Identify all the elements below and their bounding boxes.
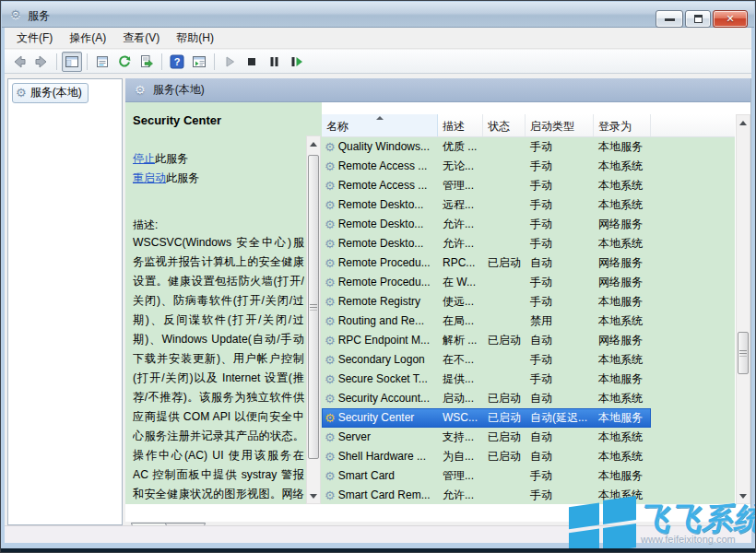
service-row[interactable]: ⚙Shell Hardware ...为自...已启动自动本地系统	[322, 447, 735, 466]
cell-startup: 自动(延迟...	[526, 408, 594, 428]
cell-name: ⚙Shell Hardware ...	[322, 447, 438, 466]
scroll-down-arrow[interactable]	[737, 488, 750, 503]
minimize-button[interactable]	[656, 10, 683, 28]
cell-name: ⚙Secondary Logon	[322, 350, 438, 370]
show-hide-action-pane-button[interactable]	[189, 52, 209, 72]
cell-logon: 本地系统	[594, 428, 651, 447]
service-row[interactable]: ⚙Remote Deskto...允许...手动网络服务	[322, 215, 735, 234]
start-service-button[interactable]	[219, 52, 240, 72]
menu-item-0[interactable]: 文件(F)	[8, 28, 61, 49]
service-name: Remote Access ...	[338, 176, 428, 195]
refresh-button[interactable]	[114, 52, 135, 72]
service-row[interactable]: ⚙Remote Access ...无论...手动本地系统	[322, 157, 735, 176]
cell-desc: 允许...	[438, 215, 483, 234]
cell-startup: 手动	[526, 215, 594, 234]
service-row[interactable]: ⚙Remote Deskto...远程...手动本地系统	[322, 195, 735, 215]
cell-status	[483, 234, 526, 253]
service-row[interactable]: ⚙Security Account...启动...已启动自动本地系统	[322, 389, 735, 408]
scroll-up-arrow[interactable]	[737, 115, 750, 130]
column-header-3[interactable]: 启动类型	[526, 114, 594, 136]
service-row[interactable]: ⚙Remote Registry使远...手动本地服务	[322, 292, 735, 312]
cell-status	[483, 370, 526, 389]
service-gear-icon: ⚙	[325, 335, 336, 347]
service-name: Remote Registry	[338, 292, 420, 312]
cell-desc: 使远...	[438, 292, 483, 312]
service-gear-icon: ⚙	[325, 160, 336, 172]
forward-button[interactable]	[31, 52, 52, 72]
stop-service-link[interactable]: 停止	[133, 152, 155, 165]
cell-startup: 手动	[526, 466, 594, 486]
cell-logon: 本地系统	[594, 350, 651, 370]
properties-button[interactable]	[92, 52, 112, 72]
cell-startup: 手动	[526, 292, 594, 312]
service-row[interactable]: ⚙RPC Endpoint M...解析 ...已启动自动网络服务	[322, 331, 735, 350]
back-button[interactable]	[9, 52, 30, 72]
cell-status	[483, 273, 526, 292]
restore-button[interactable]	[685, 10, 711, 28]
scroll-up-arrow[interactable]	[307, 136, 320, 151]
service-row[interactable]: ⚙Remote Procedu...在 W...手动网络服务	[322, 273, 735, 292]
service-row[interactable]: ⚙Security CenterWSC...已启动自动(延迟...本地服务	[322, 408, 651, 428]
help-button[interactable]: ?	[167, 52, 187, 72]
cell-desc: 解析 ...	[438, 331, 483, 350]
close-button[interactable]: ✕	[713, 10, 748, 28]
column-header-0[interactable]: 名称	[322, 114, 438, 136]
cell-logon: 本地系统	[594, 312, 651, 331]
column-header-2[interactable]: 状态	[483, 114, 526, 136]
service-row[interactable]: ⚙Smart Card Rem...允许...手动本地系统	[322, 486, 735, 504]
menu-item-2[interactable]: 查看(V)	[114, 28, 168, 49]
column-header-4[interactable]: 登录为	[594, 114, 651, 136]
service-row[interactable]: ⚙Secondary Logon在不...手动本地系统	[322, 350, 735, 370]
scrollbar-thumb[interactable]	[738, 332, 749, 374]
cell-status: 已启动	[483, 447, 526, 466]
service-gear-icon: ⚙	[325, 412, 336, 424]
panel-header-label: 服务(本地)	[153, 82, 205, 98]
service-name: RPC Endpoint M...	[338, 331, 430, 350]
cell-logon: 本地系统	[594, 389, 651, 408]
service-row[interactable]: ⚙Remote Procedu...RPC...已启动自动网络服务	[322, 253, 735, 273]
menu-item-3[interactable]: 帮助(H)	[168, 28, 222, 49]
cell-desc: 无论...	[438, 157, 483, 176]
scrollbar-thumb[interactable]	[308, 155, 319, 459]
service-row[interactable]: ⚙Smart Card管理...手动本地服务	[322, 466, 735, 486]
toolbar-separator	[214, 53, 215, 70]
cell-logon: 本地服务	[594, 292, 651, 312]
services-gear-icon: ⚙	[135, 83, 146, 97]
status-bar	[5, 525, 751, 543]
service-gear-icon: ⚙	[325, 393, 336, 405]
service-row[interactable]: ⚙Secure Socket T...提供...手动本地服务	[322, 370, 735, 389]
close-icon: ✕	[714, 13, 747, 25]
service-name: Shell Hardware ...	[338, 447, 426, 466]
stop-service-button[interactable]	[242, 52, 262, 72]
tree-item-services-local[interactable]: ⚙ 服务(本地)	[12, 83, 89, 103]
column-header-filler	[651, 114, 735, 136]
service-row[interactable]: ⚙Remote Access ...管理...手动本地系统	[322, 176, 735, 195]
service-row[interactable]: ⚙Remote Deskto...允许...手动本地系统	[322, 234, 735, 253]
cell-status	[483, 176, 526, 195]
service-name: Remote Procedu...	[338, 253, 431, 273]
restart-service-button[interactable]	[286, 52, 306, 72]
column-header-1[interactable]: 描述	[438, 114, 483, 136]
menu-item-1[interactable]: 操作(A)	[61, 28, 114, 49]
list-scrollbar[interactable]	[736, 114, 750, 504]
service-gear-icon: ⚙	[325, 373, 336, 385]
pause-service-button[interactable]	[264, 52, 284, 72]
toolbar-separator	[161, 53, 162, 70]
cell-logon: 本地服务	[594, 370, 651, 389]
cell-status	[483, 350, 526, 370]
service-row[interactable]: ⚙Quality Windows...优质 ...手动本地服务	[322, 137, 735, 157]
toolbar-separator	[87, 53, 88, 70]
show-hide-console-tree-button[interactable]	[62, 52, 82, 72]
service-name: Remote Procedu...	[338, 273, 431, 292]
title-bar[interactable]: ⚙ 服务 ✕	[2, 2, 754, 28]
service-row[interactable]: ⚙Server支持...已启动自动本地系统	[322, 428, 735, 447]
stop-service-icon	[244, 54, 259, 69]
toolbar-separator	[56, 53, 57, 70]
export-list-button[interactable]	[136, 52, 157, 72]
start-service-icon	[222, 54, 237, 69]
toolbar: ?	[5, 50, 751, 74]
restart-service-link[interactable]: 重启动	[133, 171, 166, 184]
scroll-down-arrow[interactable]	[307, 488, 320, 503]
service-row[interactable]: ⚙Routing and Re...在局...禁用本地系统	[322, 312, 735, 331]
info-scrollbar[interactable]	[306, 135, 321, 504]
